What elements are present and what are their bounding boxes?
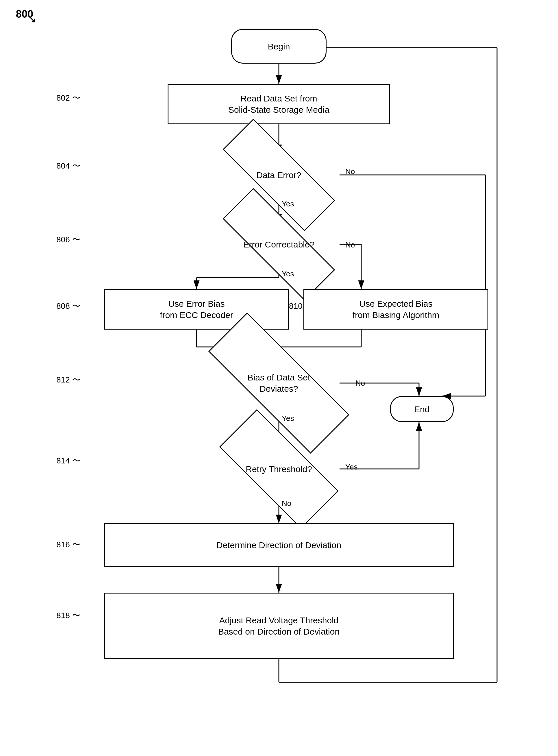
end-shape: End: [390, 396, 454, 422]
begin-label: Begin: [268, 41, 290, 52]
read-data-label: Read Data Set fromSolid-State Storage Me…: [228, 93, 329, 115]
step-814-label: 814 〜: [56, 455, 80, 466]
step-812-label: 812 〜: [56, 374, 80, 385]
expected-bias-shape: Use Expected Biasfrom Biasing Algorithm: [303, 289, 488, 330]
no-812: No: [355, 379, 365, 388]
adjust-voltage-label: Adjust Read Voltage ThresholdBased on Di…: [218, 615, 339, 637]
data-error-label: Data Error?: [222, 154, 336, 196]
begin-shape: Begin: [231, 29, 327, 64]
step-808-label: 808 〜: [56, 301, 80, 312]
error-bias-label: Use Error Biasfrom ECC Decoder: [160, 298, 233, 321]
no-806: No: [345, 241, 355, 249]
yes-804: Yes: [282, 199, 294, 209]
step-816-label: 816 〜: [56, 539, 80, 550]
adjust-voltage-shape: Adjust Read Voltage ThresholdBased on Di…: [104, 593, 454, 659]
step-818-label: 818 〜: [56, 610, 80, 621]
bias-deviates-label: Bias of Data SetDeviates?: [207, 357, 350, 410]
figure-arrow: ↘: [28, 14, 36, 25]
error-bias-shape: Use Error Biasfrom ECC Decoder: [104, 289, 289, 330]
expected-bias-label: Use Expected Biasfrom Biasing Algorithm: [353, 298, 439, 321]
end-label: End: [414, 404, 429, 415]
yes-806: Yes: [282, 269, 294, 278]
no-804: No: [345, 167, 355, 176]
step-806-label: 806 〜: [56, 234, 80, 245]
step-802-label: 802 〜: [56, 93, 80, 103]
read-data-shape: Read Data Set fromSolid-State Storage Me…: [168, 84, 390, 124]
step-804-label: 804 〜: [56, 161, 80, 171]
determine-direction-label: Determine Direction of Deviation: [217, 539, 341, 551]
determine-direction-shape: Determine Direction of Deviation: [104, 523, 454, 567]
no-814: No: [282, 499, 291, 508]
yes-812: Yes: [282, 414, 294, 423]
retry-threshold-label: Retry Threshold?: [222, 443, 336, 495]
yes-814: Yes: [345, 463, 357, 471]
error-correctable-label: Error Correctable?: [222, 223, 336, 265]
